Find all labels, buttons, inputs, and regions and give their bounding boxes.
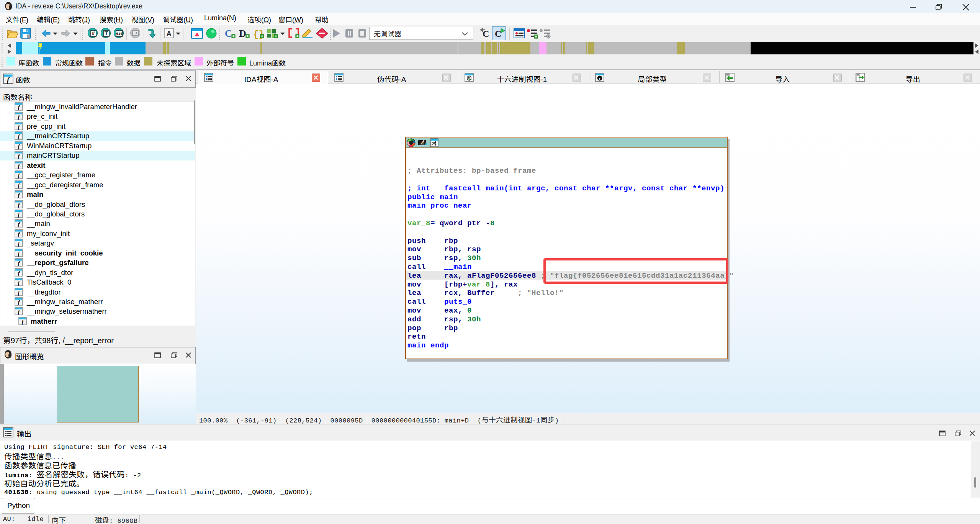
svg-text:C: C: [483, 29, 489, 39]
svg-text:C: C: [495, 29, 501, 39]
svg-text:t: t: [599, 76, 600, 81]
svg-text:010: 010: [116, 32, 122, 36]
svg-text:C: C: [225, 28, 232, 39]
svg-text:D: D: [239, 28, 246, 39]
svg-text:#: #: [92, 30, 95, 36]
svg-text:T: T: [105, 31, 108, 36]
svg-text:A: A: [166, 29, 172, 38]
